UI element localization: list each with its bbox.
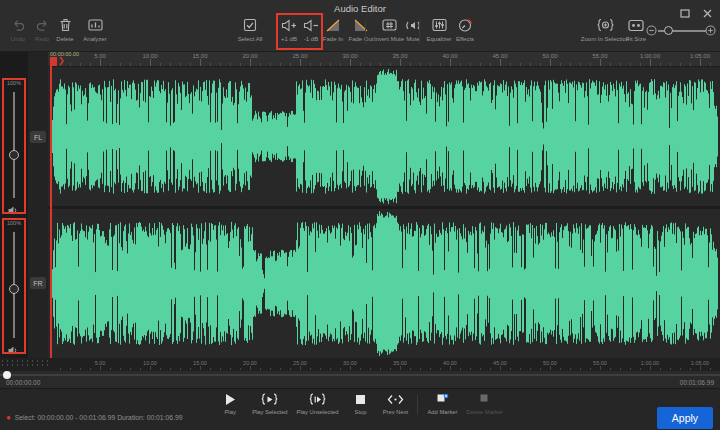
ruler-tick xyxy=(400,366,401,370)
ruler-label: 10.00 xyxy=(143,360,157,366)
status-select-label: Select: xyxy=(15,414,36,421)
ruler-tick xyxy=(110,368,111,370)
add-marker-button[interactable]: Add Marker xyxy=(427,392,457,415)
waveform-fr[interactable] xyxy=(48,209,720,358)
plus-1db-button[interactable]: +1 dB xyxy=(278,17,300,49)
overview-ruler[interactable]: 5.0010.0015.0020.0025.0030.0035.0040.004… xyxy=(0,358,720,371)
timeline-ruler[interactable]: 5.0010.0015.0020.0025.0030.0035.0040.004… xyxy=(48,52,720,67)
ruler-tick xyxy=(210,368,211,370)
ruler-tick xyxy=(700,59,701,66)
analyzer-button[interactable]: Analyzer xyxy=(78,17,112,49)
ruler-label: 40.00 xyxy=(442,53,457,59)
ruler-tick xyxy=(530,368,531,370)
ruler-tick xyxy=(270,368,271,370)
apply-button[interactable]: Apply xyxy=(657,407,713,429)
ruler-tick xyxy=(430,63,431,66)
fade-in-button[interactable]: Fade In xyxy=(320,17,346,49)
ruler-tick xyxy=(250,366,251,370)
ruler-tick xyxy=(570,63,571,66)
ruler-tick xyxy=(240,63,241,66)
play-unselected-icon xyxy=(309,392,326,407)
zoom-out-icon[interactable] xyxy=(646,25,657,36)
ruler-tick xyxy=(490,368,491,370)
selection-status: ● Select: 00:00:00.00 - 00:01:06.99 Dura… xyxy=(6,413,183,422)
ruler-label: 40.00 xyxy=(443,360,457,366)
ruler-tick xyxy=(380,63,381,66)
select-all-button[interactable]: Select All xyxy=(233,17,267,49)
fl-volume-track[interactable] xyxy=(13,92,15,198)
ruler-tick xyxy=(90,63,91,66)
ruler-tick xyxy=(410,368,411,370)
ruler-tick xyxy=(150,366,151,370)
ruler-tick xyxy=(280,63,281,66)
ruler-tick xyxy=(630,368,631,370)
ruler-tick xyxy=(700,366,701,370)
minus-1db-button[interactable]: -1 dB xyxy=(300,17,322,49)
close-icon xyxy=(703,9,712,18)
scrubber-track[interactable] xyxy=(0,374,720,376)
redo-button[interactable]: Redo xyxy=(30,17,54,49)
ruler-tick xyxy=(220,368,221,370)
stop-button[interactable]: Stop xyxy=(347,392,373,415)
ruler-tick xyxy=(100,59,101,66)
prev-next-button[interactable]: Prev Next xyxy=(382,392,408,415)
status-duration-label: Duration: xyxy=(117,414,145,421)
ruler-label: 30.00 xyxy=(342,53,357,59)
status-select-range: 00:00:00.00 - 00:01:06.99 xyxy=(37,414,115,421)
ruler-label: 50.00 xyxy=(543,360,557,366)
ruler-tick xyxy=(360,368,361,370)
effects-button[interactable]: Effects xyxy=(451,17,479,49)
ruler-tick xyxy=(660,368,661,370)
ruler-tick xyxy=(160,63,161,66)
fr-speaker-icon[interactable] xyxy=(8,341,19,359)
ruler-tick xyxy=(620,63,621,66)
ruler-tick xyxy=(570,368,571,370)
ruler-tick xyxy=(430,368,431,370)
waveform-fl[interactable] xyxy=(48,67,720,206)
ruler-tick xyxy=(80,368,81,370)
zoom-in-icon[interactable] xyxy=(705,25,716,36)
ruler-tick xyxy=(660,63,661,66)
select-all-icon xyxy=(243,17,257,33)
ruler-tick xyxy=(200,59,201,66)
play-unselected-button[interactable]: Play Unselected xyxy=(297,392,339,415)
delete-marker-button[interactable]: Delete Marker xyxy=(466,392,502,415)
ruler-tick xyxy=(640,63,641,66)
ruler-label: 1:05.00 xyxy=(691,360,709,366)
close-button[interactable] xyxy=(698,6,716,21)
redo-icon xyxy=(35,17,50,33)
playhead-marker[interactable] xyxy=(50,57,57,66)
delete-button[interactable]: Delete xyxy=(52,17,78,49)
invert-mute-icon xyxy=(382,17,397,33)
ruler-label: 55.00 xyxy=(593,360,607,366)
ruler-tick xyxy=(530,63,531,66)
fr-volume-knob[interactable] xyxy=(9,284,19,294)
ruler-tick xyxy=(420,368,421,370)
zoom-slider xyxy=(646,24,716,38)
ruler-tick xyxy=(580,63,581,66)
delete-marker-icon xyxy=(478,392,492,407)
play-selected-button[interactable]: Play Selected xyxy=(252,392,287,415)
audio-editor-window: Audio Editor Undo Redo Delete xyxy=(0,0,720,430)
waveform-area[interactable] xyxy=(48,67,720,358)
ruler-tick xyxy=(150,59,151,66)
fl-speaker-icon[interactable] xyxy=(8,201,19,219)
ruler-tick xyxy=(310,368,311,370)
zoom-slider-knob[interactable] xyxy=(664,26,673,35)
maximize-button[interactable] xyxy=(676,6,694,21)
ruler-tick xyxy=(550,366,551,370)
status-dot: ● xyxy=(6,413,11,422)
ruler-tick xyxy=(670,368,671,370)
fl-volume-knob[interactable] xyxy=(9,150,19,160)
mute-button[interactable]: Mute xyxy=(402,17,424,49)
ruler-tick xyxy=(190,63,191,66)
ruler-tick xyxy=(610,63,611,66)
playhead-arrow-icon: ❯ xyxy=(58,56,65,65)
ruler-label: 10.00 xyxy=(142,53,157,59)
channel-label-column xyxy=(28,52,48,358)
ruler-tick xyxy=(130,63,131,66)
play-button[interactable]: Play xyxy=(217,392,243,415)
ruler-label: 15.00 xyxy=(192,53,207,59)
ruler-tick xyxy=(140,368,141,370)
undo-button[interactable]: Undo xyxy=(6,17,30,49)
